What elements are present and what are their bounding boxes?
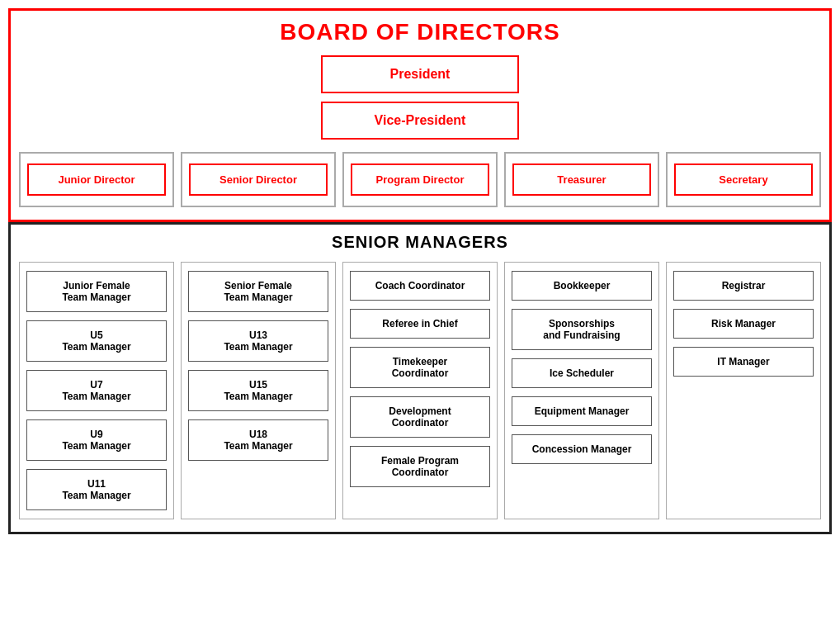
manager-col-4: Registrar Risk Manager IT Manager — [666, 262, 821, 519]
secretary-box: Secretary — [674, 163, 813, 196]
program-director-box: Program Director — [351, 163, 489, 196]
treasurer-box: Treasurer — [512, 163, 651, 196]
manager-col-0: Junior FemaleTeam Manager U5Team Manager… — [19, 262, 174, 519]
u15-team-manager: U15Team Manager — [188, 370, 328, 411]
board-title: BOARD OF DIRECTORS — [19, 19, 821, 45]
directors-row: Junior Director Senior Director Program … — [19, 152, 821, 207]
vp-box: Vice-President — [321, 102, 519, 140]
u13-team-manager: U13Team Manager — [188, 320, 328, 362]
sponsorships-fundraising: Sponsorshipsand Fundraising — [512, 309, 652, 350]
senior-managers-section: SENIOR MANAGERS Junior FemaleTeam Manage… — [8, 222, 832, 534]
managers-row: Junior FemaleTeam Manager U5Team Manager… — [19, 262, 821, 519]
director-col-0: Junior Director — [19, 152, 174, 207]
junior-female-team-manager: Junior FemaleTeam Manager — [26, 271, 167, 312]
manager-col-1: Senior FemaleTeam Manager U13Team Manage… — [181, 262, 336, 519]
u7-team-manager: U7Team Manager — [26, 370, 167, 411]
u18-team-manager: U18Team Manager — [188, 419, 328, 461]
female-program-coordinator: Female ProgramCoordinator — [350, 446, 490, 487]
development-coordinator: DevelopmentCoordinator — [350, 396, 490, 438]
concession-manager: Concession Manager — [512, 434, 652, 464]
u11-team-manager: U11Team Manager — [26, 469, 167, 510]
president-box: President — [321, 55, 519, 93]
ice-scheduler: Ice Scheduler — [512, 358, 652, 388]
director-col-1: Senior Director — [181, 152, 336, 207]
coach-coordinator: Coach Coordinator — [350, 271, 490, 301]
senior-managers-title: SENIOR MANAGERS — [19, 233, 821, 252]
equipment-manager: Equipment Manager — [512, 396, 652, 426]
bookkeeper: Bookkeeper — [512, 271, 652, 301]
registrar: Registrar — [673, 271, 814, 301]
director-col-4: Secretary — [666, 152, 821, 207]
junior-director-box: Junior Director — [27, 163, 166, 196]
referee-in-chief: Referee in Chief — [350, 309, 490, 339]
timekeeper-coordinator: TimekeeperCoordinator — [350, 347, 490, 388]
board-of-directors-section: BOARD OF DIRECTORS President Vice-Presid… — [8, 8, 832, 222]
manager-col-3: Bookkeeper Sponsorshipsand Fundraising I… — [504, 262, 659, 519]
director-col-3: Treasurer — [504, 152, 659, 207]
manager-col-2: Coach Coordinator Referee in Chief Timek… — [342, 262, 498, 519]
senior-director-box: Senior Director — [189, 163, 328, 196]
it-manager: IT Manager — [673, 347, 814, 377]
senior-female-team-manager: Senior FemaleTeam Manager — [188, 271, 328, 312]
u5-team-manager: U5Team Manager — [26, 320, 167, 362]
u9-team-manager: U9Team Manager — [26, 419, 167, 461]
director-col-2: Program Director — [342, 152, 498, 207]
risk-manager: Risk Manager — [673, 309, 814, 339]
